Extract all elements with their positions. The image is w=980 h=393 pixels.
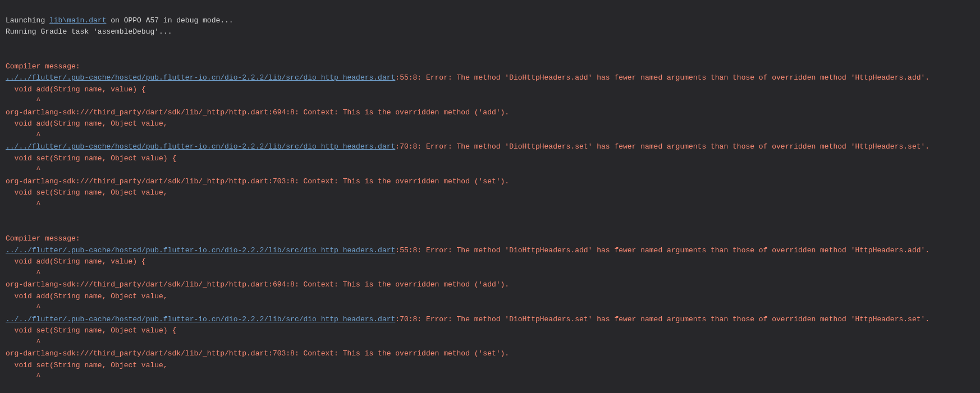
context-line-set: org-dartlang-sdk:///third_party/dart/sdk… bbox=[6, 349, 509, 358]
launch-suffix: on OPPO A57 in debug mode... bbox=[106, 16, 233, 25]
debug-console-output[interactable]: Launching lib\main.dart on OPPO A57 in d… bbox=[0, 0, 980, 393]
caret-line: ^ bbox=[6, 372, 40, 381]
blank-line bbox=[6, 38, 974, 50]
caret-line: ^ bbox=[6, 131, 40, 140]
caret-line: ^ bbox=[6, 303, 40, 312]
code-line: void set(String name, Object value, bbox=[6, 188, 168, 197]
code-line: void add(String name, Object value, bbox=[6, 119, 168, 128]
code-line: void add(String name, value) { bbox=[6, 85, 146, 94]
blank-line bbox=[6, 210, 974, 222]
error-line-set-tail: :70:8: Error: The method 'DioHttpHeaders… bbox=[395, 142, 929, 151]
code-line: void add(String name, value) { bbox=[6, 257, 146, 266]
launch-prefix: Launching bbox=[6, 16, 49, 25]
error-line-set: ../../flutter/.pub-cache/hosted/pub.flut… bbox=[6, 142, 929, 151]
code-line: void set(String name, Object value) { bbox=[6, 154, 176, 163]
caret-line: ^ bbox=[6, 338, 40, 346]
dio-headers-link[interactable]: ../../flutter/.pub-cache/hosted/pub.flut… bbox=[6, 315, 395, 323]
caret-line: ^ bbox=[6, 96, 40, 105]
main-dart-link[interactable]: lib\main.dart bbox=[49, 16, 106, 25]
dio-headers-link[interactable]: ../../flutter/.pub-cache/hosted/pub.flut… bbox=[6, 246, 395, 255]
caret-line: ^ bbox=[6, 269, 40, 278]
compiler-message-label: Compiler message: bbox=[6, 234, 80, 243]
context-line-add: org-dartlang-sdk:///third_party/dart/sdk… bbox=[6, 280, 509, 289]
context-line-set: org-dartlang-sdk:///third_party/dart/sdk… bbox=[6, 177, 509, 186]
context-line-add: org-dartlang-sdk:///third_party/dart/sdk… bbox=[6, 108, 509, 117]
error-line-set-tail: :70:8: Error: The method 'DioHttpHeaders… bbox=[395, 315, 929, 323]
error-line-add-tail: :55:8: Error: The method 'DioHttpHeaders… bbox=[395, 246, 929, 255]
caret-line: ^ bbox=[6, 165, 40, 174]
gradle-line: Running Gradle task 'assembleDebug'... bbox=[6, 27, 172, 36]
error-line-add: ../../flutter/.pub-cache/hosted/pub.flut… bbox=[6, 73, 929, 82]
error-line-add-tail: :55:8: Error: The method 'DioHttpHeaders… bbox=[395, 73, 929, 82]
compiler-message-label: Compiler message: bbox=[6, 62, 80, 71]
code-line: void add(String name, Object value, bbox=[6, 292, 168, 300]
launch-line: Launching lib\main.dart on OPPO A57 in d… bbox=[6, 16, 233, 25]
code-line: void set(String name, Object value) { bbox=[6, 326, 176, 335]
error-line-set: ../../flutter/.pub-cache/hosted/pub.flut… bbox=[6, 315, 929, 323]
dio-headers-link[interactable]: ../../flutter/.pub-cache/hosted/pub.flut… bbox=[6, 73, 395, 82]
caret-line: ^ bbox=[6, 200, 40, 209]
dio-headers-link[interactable]: ../../flutter/.pub-cache/hosted/pub.flut… bbox=[6, 142, 395, 151]
error-line-add: ../../flutter/.pub-cache/hosted/pub.flut… bbox=[6, 246, 929, 255]
code-line: void set(String name, Object value, bbox=[6, 361, 168, 369]
